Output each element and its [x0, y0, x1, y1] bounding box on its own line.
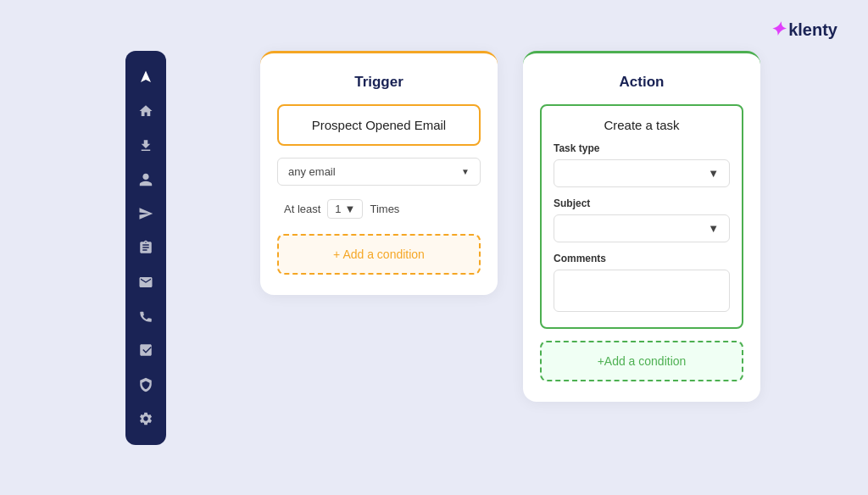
any-email-select[interactable]: any email ▼ [277, 158, 481, 186]
comments-input[interactable] [554, 270, 730, 312]
sidebar-item-tasks[interactable] [131, 233, 161, 262]
action-inner-box: Create a task Task type ▼ Subject ▼ Comm… [540, 104, 743, 329]
sidebar-item-settings[interactable] [131, 404, 161, 433]
trigger-card: Trigger Prospect Opened Email any email … [260, 51, 498, 295]
comments-label: Comments [554, 253, 730, 264]
trigger-card-title: Trigger [277, 74, 481, 91]
action-add-condition-button[interactable]: +Add a condition [540, 341, 743, 381]
logo-icon: ✦ [770, 19, 785, 41]
sidebar-item-inbox[interactable] [131, 370, 161, 398]
sidebar-item-download[interactable] [131, 131, 161, 160]
task-type-label: Task type [554, 142, 730, 154]
trigger-name-box: Prospect Opened Email [277, 104, 481, 146]
times-row: At least 1 ▼ Times [277, 196, 481, 222]
klenty-logo: ✦ klenty [770, 19, 837, 41]
sidebar-item-calls[interactable] [131, 302, 161, 331]
trigger-add-condition-button[interactable]: + Add a condition [277, 234, 481, 275]
main-content: Trigger Prospect Opened Email any email … [178, 51, 843, 444]
times-dropdown-icon: ▼ [345, 203, 356, 215]
sidebar-item-email[interactable] [131, 268, 161, 297]
trigger-name-text: Prospect Opened Email [312, 118, 446, 132]
any-email-label: any email [288, 165, 336, 178]
sidebar-item-campaigns[interactable] [131, 199, 161, 228]
task-type-arrow-icon: ▼ [708, 167, 719, 180]
action-card-title: Action [540, 74, 743, 91]
trigger-add-condition-label: + Add a condition [333, 248, 425, 261]
task-type-select[interactable]: ▼ [554, 159, 730, 187]
times-prefix: At least [284, 203, 320, 215]
action-add-condition-label: +Add a condition [598, 354, 687, 368]
subject-label: Subject [554, 197, 730, 209]
times-suffix: Times [370, 203, 399, 215]
dropdown-arrow-icon: ▼ [461, 167, 470, 176]
times-value: 1 [335, 203, 341, 215]
sidebar-item-reports[interactable] [131, 336, 161, 364]
sidebar [125, 51, 166, 445]
logo-text: klenty [788, 20, 837, 40]
sidebar-item-home[interactable] [131, 97, 161, 125]
sidebar-item-navigate[interactable] [131, 63, 161, 92]
subject-select[interactable]: ▼ [554, 214, 730, 242]
action-card: Action Create a task Task type ▼ Subject… [523, 51, 760, 402]
sidebar-item-contacts[interactable] [131, 165, 161, 194]
times-select[interactable]: 1 ▼ [327, 199, 363, 219]
action-inner-title: Create a task [554, 118, 730, 132]
subject-arrow-icon: ▼ [708, 222, 719, 235]
